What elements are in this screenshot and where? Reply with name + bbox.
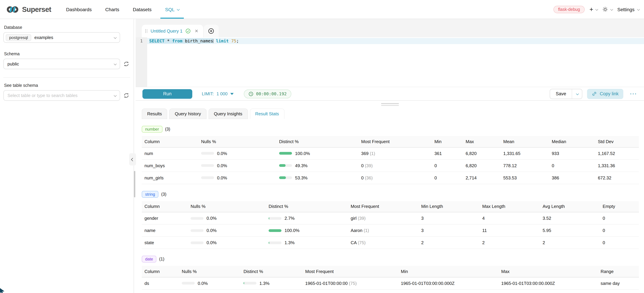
column-header: Most Frequent <box>348 201 418 212</box>
most-frequent-value: 369 <box>361 151 368 156</box>
scrollbar-thumb[interactable] <box>134 171 135 197</box>
column-header: Max Length <box>480 201 540 212</box>
distinct-cell: 1.3% <box>266 236 348 249</box>
sql-line: SELECT * from birth_names limit 75; <box>147 38 644 44</box>
environment-badge: flask-debug <box>553 6 585 13</box>
column-header: Max <box>498 266 598 277</box>
sidebar-divider <box>4 77 130 78</box>
top-nav: Superset Dashboards Charts Datasets SQL … <box>0 0 644 19</box>
stats-table: ColumnNulls %Distinct %Most FrequentMinM… <box>142 136 639 184</box>
superset-logo[interactable]: Superset <box>0 0 59 19</box>
stat-cell: 361 <box>432 147 463 160</box>
save-options-button[interactable] <box>572 89 582 98</box>
bar-fill <box>244 282 244 284</box>
pct-label: 0.0% <box>206 228 216 233</box>
nav-item-datasets[interactable]: Datasets <box>126 0 158 19</box>
column-count: (3) <box>161 192 166 196</box>
most-frequent-count: (75) <box>356 240 366 245</box>
column-header: Distinct % <box>276 136 358 147</box>
refresh-schemas-icon[interactable] <box>124 61 129 67</box>
stat-cell: 3.52 <box>540 212 600 224</box>
new-item-button[interactable]: + <box>590 6 598 12</box>
column-header: Distinct % <box>266 201 348 212</box>
schema-value: public <box>6 62 19 66</box>
drag-handle-icon[interactable] <box>145 29 148 33</box>
theme-toggle-button[interactable] <box>602 6 613 12</box>
column-header: Column <box>142 266 179 277</box>
type-tag: number <box>142 126 162 132</box>
most-frequent-count: (39) <box>364 163 372 168</box>
database-select[interactable]: postgresql examples <box>4 32 120 43</box>
pct-label: 0.0% <box>217 163 227 168</box>
save-button[interactable]: Save <box>550 89 572 98</box>
most-frequent-cell: CA (75) <box>348 236 418 249</box>
progress-bar <box>201 164 214 167</box>
more-actions-button[interactable]: ··· <box>630 91 637 97</box>
close-tab-icon[interactable]: ✕ <box>194 28 198 34</box>
caret-down-icon <box>230 93 234 95</box>
most-frequent-cell: 369 (1) <box>358 147 432 160</box>
tab-result-stats[interactable]: Result Stats <box>250 108 284 119</box>
table-select[interactable]: Select table or type to search tables <box>4 90 120 101</box>
run-button[interactable]: Run <box>142 89 192 98</box>
refresh-tables-icon[interactable] <box>124 92 129 98</box>
stat-cell: 6,820 <box>463 147 500 160</box>
limit-dropdown[interactable]: LIMIT: 1 000 <box>202 91 234 96</box>
distinct-cell: 49.3% <box>276 160 358 172</box>
most-frequent-cell: girl (39) <box>348 212 418 224</box>
schema-select[interactable]: public <box>4 59 120 69</box>
column-name-cell: state <box>142 236 188 249</box>
tab-results[interactable]: Results <box>142 108 167 119</box>
column-count: (3) <box>165 127 170 132</box>
header-row: ColumnNulls %Distinct %Most FrequentMinM… <box>142 136 639 147</box>
query-timer: 00:00:00.192 <box>244 89 292 98</box>
column-header: Min <box>398 266 498 277</box>
sql-code-editor[interactable]: 1 SELECT * from birth_names limit 75; <box>136 37 644 87</box>
database-value: examples <box>34 35 53 40</box>
column-name-cell: num_girls <box>142 172 198 184</box>
result-stats-section-date: date(1)ColumnNulls %Distinct %Most Frequ… <box>142 256 639 290</box>
editor-code-area[interactable]: SELECT * from birth_names limit 75; <box>147 37 644 87</box>
new-query-tab-button[interactable] <box>204 25 219 37</box>
distinct-bar: 53.3% <box>279 175 356 180</box>
table-head: ColumnNulls %Distinct %Most FrequentMinM… <box>142 136 639 147</box>
stat-cell: 6,820 <box>463 160 500 172</box>
stats-table: ColumnNulls %Distinct %Most FrequentMinM… <box>142 266 639 290</box>
bar-fill <box>268 229 282 232</box>
stat-cell: 1,331.65 <box>500 147 549 160</box>
stat-cell: 386 <box>549 172 595 184</box>
progress-bar <box>268 217 282 220</box>
query-tab[interactable]: Untitled Query 1 ✕ <box>142 25 203 37</box>
sun-icon <box>602 6 608 12</box>
pct-label: 0.0% <box>198 280 208 286</box>
nulls-bar: 0.0% <box>182 280 238 286</box>
table-body: num0.0%100.0%369 (1)3616,8201,331.659331… <box>142 147 639 184</box>
nav-item-dashboards[interactable]: Dashboards <box>59 0 98 19</box>
nulls-cell: 0.0% <box>198 172 276 184</box>
stat-cell: 0 <box>549 160 595 172</box>
most-frequent-count: (1) <box>368 151 375 156</box>
progress-bar <box>279 164 292 167</box>
most-frequent-value: 0 <box>361 163 364 168</box>
sidebar-collapse-button[interactable] <box>129 153 136 166</box>
stat-cell: 3 <box>418 224 480 236</box>
bar-fill <box>279 152 292 155</box>
chevron-down-icon <box>596 8 598 10</box>
nav-item-charts[interactable]: Charts <box>98 0 126 19</box>
settings-menu[interactable]: Settings <box>618 6 639 12</box>
stat-cell: 1965-01-01T03:00:00.000Z <box>398 277 498 289</box>
sql-editor-panel: Untitled Query 1 ✕ 1 SELECT * from birth… <box>136 19 644 293</box>
distinct-cell: 53.3% <box>276 172 358 184</box>
nulls-cell: 0.0% <box>188 236 266 249</box>
stat-cell: 0 <box>600 212 639 224</box>
most-frequent-cell: 0 (36) <box>358 172 432 184</box>
copy-link-button[interactable]: Copy link <box>587 89 623 99</box>
tab-query-history[interactable]: Query history <box>170 108 206 119</box>
line-number: 1 <box>136 38 147 44</box>
nav-item-sql[interactable]: SQL <box>158 0 186 19</box>
pane-resize-handle[interactable] <box>136 101 644 108</box>
most-frequent-cell: 0 (39) <box>358 160 432 172</box>
nulls-bar: 0.0% <box>190 216 263 221</box>
stat-cell: 553.53 <box>500 172 549 184</box>
tab-query-insights[interactable]: Query Insights <box>208 108 248 119</box>
